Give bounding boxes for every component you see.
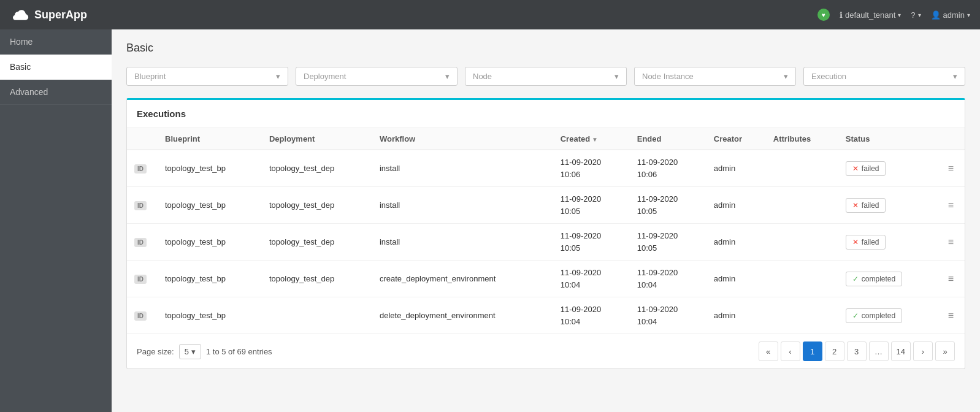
row-deployment[interactable] [262, 297, 372, 334]
page-button[interactable]: › [913, 341, 933, 361]
table-row: ID topology_test_bp topology_test_dep in… [127, 150, 965, 187]
row-blueprint[interactable]: topology_test_bp [158, 150, 262, 187]
row-id: ID [127, 224, 158, 261]
row-ended: 11-09-202010:05 [630, 224, 706, 261]
col-ended: Ended [630, 128, 706, 150]
page-button[interactable]: « [759, 341, 778, 361]
col-attributes: Attributes [766, 128, 838, 150]
node-filter-chevron: ▾ [614, 72, 619, 81]
row-blueprint[interactable]: topology_test_bp [158, 261, 262, 297]
row-deployment[interactable]: topology_test_dep [262, 261, 372, 297]
row-status: ✕ failed [838, 187, 937, 224]
row-creator: admin [706, 187, 766, 224]
page-button[interactable]: ‹ [781, 341, 800, 361]
row-ended: 11-09-202010:05 [630, 187, 706, 224]
node-instance-filter[interactable]: Node Instance ▾ [634, 67, 796, 86]
col-creator: Creator [706, 128, 766, 150]
menu-icon[interactable]: ≡ [944, 162, 957, 175]
blueprint-filter[interactable]: Blueprint ▾ [126, 67, 288, 86]
deployment-filter[interactable]: Deployment ▾ [296, 67, 457, 86]
page-size-select[interactable]: 5 ▾ [179, 344, 201, 359]
user-icon: 👤 [931, 10, 941, 20]
help-menu[interactable]: ? ▾ [911, 10, 921, 20]
page-button[interactable]: » [935, 341, 955, 361]
row-deployment[interactable]: topology_test_dep [262, 187, 372, 224]
id-badge: ID [134, 238, 147, 247]
table-header-row: Blueprint Deployment Workflow Created En… [127, 128, 965, 150]
id-badge: ID [134, 311, 147, 321]
tenant-selector[interactable]: ℹ default_tenant ▾ [840, 10, 901, 20]
status-label: failed [862, 164, 879, 173]
page-button[interactable]: 2 [825, 341, 844, 361]
row-creator: admin [706, 224, 766, 261]
page-button[interactable]: … [869, 341, 889, 361]
status-label: failed [862, 201, 879, 210]
row-id: ID [127, 261, 158, 297]
row-ended: 11-09-202010:04 [630, 261, 706, 297]
pagination: «‹123…14›» [759, 341, 955, 361]
menu-icon[interactable]: ≡ [944, 309, 957, 322]
row-blueprint[interactable]: topology_test_bp [158, 224, 262, 261]
menu-icon[interactable]: ≡ [944, 235, 957, 248]
row-creator: admin [706, 297, 766, 334]
execution-filter-chevron: ▾ [953, 72, 957, 81]
content-area: Basic Blueprint ▾ Deployment ▾ Node ▾ No… [112, 29, 980, 412]
row-id: ID [127, 297, 158, 334]
status-icon: ✕ [852, 164, 859, 173]
table-row: ID topology_test_bp delete_deployment_en… [127, 297, 965, 334]
row-blueprint[interactable]: topology_test_bp [158, 297, 262, 334]
page-button[interactable]: 1 [803, 341, 822, 361]
row-blueprint[interactable]: topology_test_bp [158, 187, 262, 224]
row-ended: 11-09-202010:06 [630, 150, 706, 187]
row-attributes [766, 261, 838, 297]
executions-section: Executions Blueprint Deployment Workflow… [126, 98, 965, 369]
page-size-control: Page size: 5 ▾ 1 to 5 of 69 entries [137, 344, 272, 359]
col-status: Status [838, 128, 937, 150]
filters-row: Blueprint ▾ Deployment ▾ Node ▾ Node Ins… [126, 67, 965, 86]
row-deployment[interactable]: topology_test_dep [262, 150, 372, 187]
menu-icon[interactable]: ≡ [944, 272, 957, 285]
row-workflow: install [372, 187, 553, 224]
node-filter[interactable]: Node ▾ [465, 67, 627, 86]
col-workflow: Workflow [372, 128, 553, 150]
brand-name: SuperApp [34, 9, 87, 21]
sidebar-item-advanced[interactable]: Advanced [0, 80, 112, 105]
col-created[interactable]: Created [553, 128, 630, 150]
menu-icon[interactable]: ≡ [944, 199, 957, 212]
row-menu[interactable]: ≡ [937, 150, 965, 187]
page-button[interactable]: 14 [891, 341, 911, 361]
row-menu[interactable]: ≡ [937, 224, 965, 261]
execution-filter[interactable]: Execution ▾ [803, 67, 965, 86]
table-row: ID topology_test_bp topology_test_dep in… [127, 224, 965, 261]
row-id: ID [127, 187, 158, 224]
row-created: 11-09-202010:05 [553, 187, 630, 224]
status-icon: ✓ [852, 311, 859, 320]
main-layout: Home Basic Advanced Basic Blueprint ▾ De… [0, 29, 980, 412]
status-icon: ✕ [852, 238, 859, 246]
row-deployment[interactable]: topology_test_dep [262, 224, 372, 261]
status-label: completed [862, 275, 895, 283]
row-menu[interactable]: ≡ [937, 187, 965, 224]
row-menu[interactable]: ≡ [937, 297, 965, 334]
row-menu[interactable]: ≡ [937, 261, 965, 297]
id-badge: ID [134, 275, 147, 284]
row-workflow: install [372, 150, 553, 187]
table-row: ID topology_test_bp topology_test_dep in… [127, 187, 965, 224]
id-badge: ID [134, 201, 147, 210]
entries-info: 1 to 5 of 69 entries [206, 347, 272, 356]
row-attributes [766, 297, 838, 334]
row-attributes [766, 224, 838, 261]
status-label: completed [862, 311, 895, 320]
sidebar-item-home[interactable]: Home [0, 29, 112, 55]
sidebar-item-basic[interactable]: Basic [0, 55, 112, 80]
page-size-chevron: ▾ [191, 347, 196, 356]
admin-menu[interactable]: 👤 admin ▾ [931, 10, 970, 20]
brand: SuperApp [10, 8, 817, 21]
row-workflow: create_deployment_environment [372, 261, 553, 297]
row-created: 11-09-202010:05 [553, 224, 630, 261]
col-id [127, 128, 158, 150]
status-badge: ✕ failed [846, 235, 886, 250]
deployment-filter-chevron: ▾ [445, 72, 450, 81]
row-created: 11-09-202010:04 [553, 297, 630, 334]
page-button[interactable]: 3 [847, 341, 867, 361]
